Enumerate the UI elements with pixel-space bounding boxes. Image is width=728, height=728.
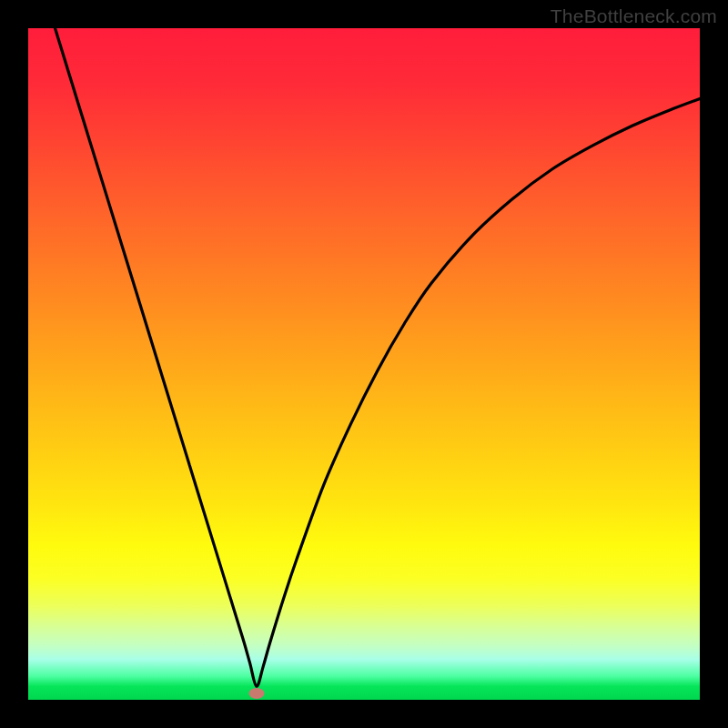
curve-layer [28,28,700,700]
optimum-marker [248,688,264,699]
watermark-text: TheBottleneck.com [551,5,717,27]
bottleneck-curve [56,28,700,686]
plot-area [28,28,700,700]
chart-frame: TheBottleneck.com [0,0,728,728]
